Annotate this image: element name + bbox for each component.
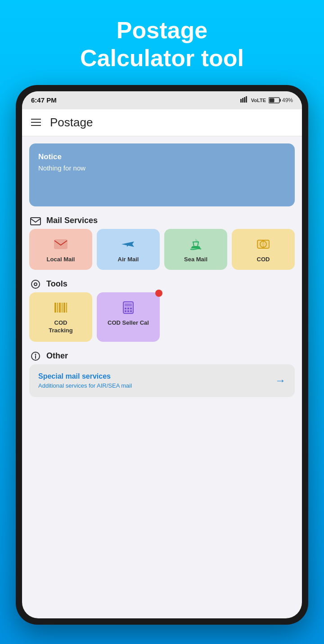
- local-mail-card[interactable]: Local Mail: [29, 229, 92, 270]
- cod-tracking-label: CODTracking: [49, 319, 72, 335]
- special-mail-card[interactable]: Special mail services Additional service…: [29, 364, 295, 397]
- tools-title: Tools: [46, 279, 68, 289]
- local-mail-icon: [54, 236, 68, 252]
- other-title: Other: [46, 351, 68, 361]
- special-mail-text: Special mail services Additional service…: [38, 372, 132, 389]
- phone-screen: 6:47 PM VoLTE 49% Postage: [22, 91, 302, 618]
- svg-rect-6: [269, 98, 274, 102]
- svg-rect-8: [54, 240, 67, 249]
- sea-mail-label: Sea Mail: [184, 256, 207, 263]
- air-mail-icon: [121, 236, 136, 252]
- svg-rect-26: [130, 310, 132, 312]
- notice-card: Notice Nothing for now: [29, 143, 295, 206]
- hero-title: Postage Calculator tool: [80, 16, 244, 72]
- special-mail-subtitle: Additional services for AIR/SEA mail: [38, 382, 132, 389]
- svg-rect-15: [59, 303, 61, 313]
- svg-point-12: [34, 283, 37, 286]
- svg-rect-17: [63, 303, 65, 313]
- lte-icon: VoLTE: [251, 98, 266, 103]
- tools-grid: CODTracking: [29, 292, 295, 342]
- network-icon: [240, 96, 248, 104]
- cod-seller-icon: [122, 300, 135, 316]
- cod-seller-label: COD Seller Cal: [108, 319, 149, 327]
- svg-rect-16: [62, 303, 63, 313]
- status-bar: 6:47 PM VoLTE 49%: [22, 91, 302, 109]
- cod-icon: [256, 236, 271, 252]
- sea-mail-card[interactable]: Sea Mail: [164, 229, 227, 270]
- scroll-content[interactable]: Notice Nothing for now Mail Services: [22, 136, 302, 618]
- cod-tracking-card[interactable]: CODTracking: [29, 292, 92, 342]
- svg-rect-23: [130, 308, 132, 309]
- svg-point-29: [35, 353, 36, 355]
- tools-header: Tools: [29, 278, 295, 291]
- cod-tracking-icon: [54, 300, 68, 316]
- app-header: Postage: [22, 109, 302, 136]
- other-icon: [29, 350, 42, 362]
- mail-services-header: Mail Services: [29, 215, 295, 227]
- svg-rect-22: [127, 308, 129, 309]
- status-time: 6:47 PM: [31, 96, 57, 104]
- svg-point-11: [32, 280, 40, 288]
- air-mail-label: Air Mail: [118, 256, 139, 263]
- svg-rect-20: [125, 304, 132, 306]
- svg-rect-7: [31, 218, 40, 225]
- svg-rect-5: [279, 99, 281, 102]
- svg-rect-25: [127, 310, 129, 312]
- svg-rect-3: [246, 96, 247, 103]
- svg-rect-24: [125, 310, 126, 312]
- other-section: Other Special mail services Additional s…: [29, 350, 295, 397]
- services-grid: Local Mail Air Mail: [29, 229, 295, 270]
- svg-rect-2: [244, 97, 245, 103]
- air-mail-card[interactable]: Air Mail: [97, 229, 160, 270]
- notification-dot: [155, 290, 162, 297]
- svg-rect-0: [240, 99, 242, 103]
- mail-services-icon: [29, 215, 42, 227]
- local-mail-label: Local Mail: [47, 256, 75, 263]
- notice-body: Nothing for now: [38, 164, 286, 172]
- svg-rect-13: [54, 303, 56, 313]
- arrow-icon: →: [275, 374, 286, 387]
- tools-section: Tools: [29, 278, 295, 342]
- svg-rect-1: [242, 98, 243, 103]
- svg-rect-21: [125, 308, 126, 309]
- app-title: Postage: [50, 116, 93, 130]
- special-mail-title: Special mail services: [38, 372, 132, 380]
- status-icons: VoLTE 49%: [240, 96, 293, 104]
- notice-title: Notice: [38, 152, 286, 161]
- mail-services-section: Mail Services Local Mail: [29, 215, 295, 270]
- phone-frame: 6:47 PM VoLTE 49% Postage: [16, 85, 308, 625]
- battery-icon: 49%: [269, 97, 293, 103]
- cod-seller-cal-card[interactable]: COD Seller Cal: [97, 292, 160, 342]
- cod-card[interactable]: COD: [232, 229, 295, 270]
- tools-icon: [29, 278, 42, 291]
- cod-label: COD: [257, 256, 270, 263]
- svg-rect-18: [66, 303, 67, 313]
- svg-rect-14: [57, 303, 58, 313]
- mail-services-title: Mail Services: [46, 216, 98, 225]
- hamburger-menu[interactable]: [31, 119, 41, 126]
- other-header: Other: [29, 350, 295, 362]
- sea-mail-icon: [189, 236, 203, 252]
